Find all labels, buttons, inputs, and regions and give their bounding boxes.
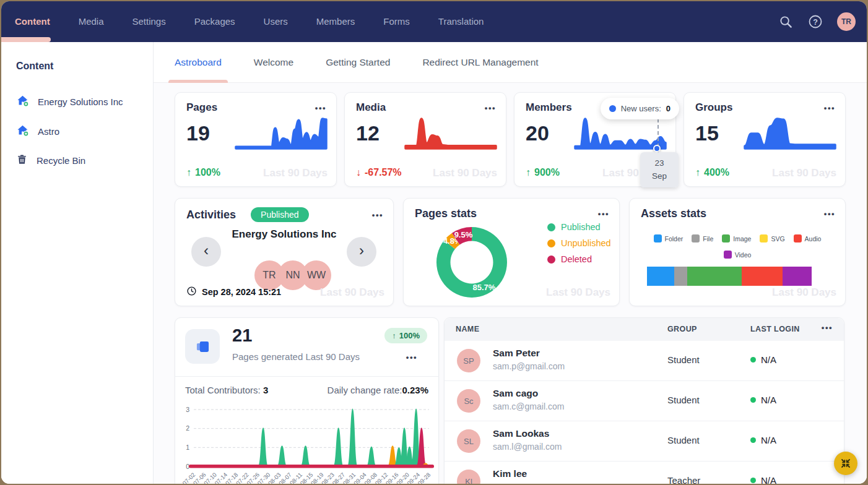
timestamp-text: Sep 28, 2024 15:21 [202, 287, 281, 297]
nav-item-content[interactable]: Content [7, 1, 64, 42]
help-icon[interactable]: ? [807, 14, 823, 30]
member-name: Sam Lookas [493, 428, 549, 439]
svg-text:3: 3 [186, 406, 189, 413]
legend-label: Video [735, 251, 752, 259]
up-arrow-icon: ↑ [526, 167, 531, 178]
member-name: Kim lee [493, 468, 527, 479]
fullscreen-button[interactable] [834, 452, 857, 475]
period-watermark: Last 90 Days [433, 167, 497, 179]
legend-dot [547, 239, 555, 247]
nav-item-media[interactable]: Media [64, 1, 118, 42]
change-indicator: ↑ 900% [526, 167, 560, 178]
donut-legend: Published Unpublished Deleted [547, 222, 611, 264]
nav-item-users[interactable]: Users [250, 1, 302, 42]
sidebar-item-astro[interactable]: Astro [16, 124, 138, 139]
menu-dots-icon[interactable]: ••• [822, 323, 833, 332]
members-count: 20 [526, 121, 549, 145]
legend-item-svg: SVG [760, 234, 784, 242]
nav-item-settings[interactable]: Settings [118, 1, 180, 42]
bar-segment-video [783, 267, 812, 286]
pages-sparkline[interactable] [235, 115, 328, 151]
table-row[interactable]: SP Sam Peter sam.p@gmail.com Student N/A [445, 341, 844, 381]
nav-item-translation[interactable]: Translation [424, 1, 498, 42]
nav-item-packages[interactable]: Packages [180, 1, 250, 42]
tooltip-day: 23 [640, 157, 679, 170]
status-dot-icon [750, 397, 756, 403]
legend-item-audio: Audio [794, 234, 822, 242]
menu-dots-icon[interactable]: ••• [485, 103, 496, 113]
groups-sparkline[interactable] [744, 115, 836, 151]
blue-dot-icon [609, 105, 616, 112]
legend-item-deleted: Deleted [547, 254, 611, 264]
legend-swatch [722, 234, 730, 242]
carousel-next-button[interactable]: › [347, 237, 376, 267]
change-value: 900% [534, 167, 560, 178]
bar-segment-folder [647, 267, 674, 286]
contributors-chart[interactable]: 321007-0207-0607-1007-1407-1807-2207-260… [178, 402, 434, 484]
assets-legend-row: Video [630, 251, 845, 259]
up-arrow-icon: ↑ [186, 167, 191, 178]
menu-dots-icon[interactable]: ••• [372, 210, 383, 220]
assets-stacked-bar[interactable] [647, 267, 812, 286]
change-badge: ↑ 100% [384, 328, 427, 343]
card-title: Media [356, 101, 386, 114]
menu-dots-icon[interactable]: ••• [406, 353, 417, 362]
legend-item-image: Image [722, 234, 751, 242]
tab-astroboard[interactable]: Astroboard [175, 42, 222, 83]
member-email: sam.l@gmail.com [493, 442, 562, 452]
tooltip-label: New users: [621, 104, 661, 113]
table-row[interactable]: Sc Sam cago sam.c@gmail.com Student N/A [445, 381, 844, 421]
change-indicator: ↑ 100% [186, 167, 220, 178]
media-sparkline[interactable] [404, 115, 497, 151]
member-group: Student [667, 435, 700, 445]
legend-item-folder: Folder [654, 234, 684, 242]
user-avatar[interactable]: TR [837, 12, 856, 31]
search-icon[interactable] [778, 14, 794, 30]
sidebar-item-energy-solutions[interactable]: Energy Solutions Inc [16, 94, 138, 109]
published-badge: Published [251, 207, 309, 222]
bar-segment-file [674, 267, 687, 286]
pages-donut-chart[interactable]: 85.7%4.8%9.5% [435, 226, 508, 299]
groups-count: 15 [695, 121, 719, 145]
bar-segment-audio [742, 267, 783, 286]
nav-item-forms[interactable]: Forms [369, 1, 424, 42]
legend-label: Unpublished [561, 238, 611, 248]
daily-change-rate: Daily change rate:0.23% [328, 385, 428, 395]
sidebar-item-recycle-bin[interactable]: Recycle Bin [16, 153, 138, 167]
member-name: Sam cago [493, 388, 538, 399]
navbar-actions: ? TR [778, 12, 867, 31]
home-add-icon [16, 94, 29, 109]
legend-dot [547, 255, 555, 264]
column-header-name: NAME [456, 325, 479, 333]
status-dot-icon [750, 478, 756, 483]
menu-dots-icon[interactable]: ••• [598, 209, 609, 218]
tab-bar: Astroboard Welcome Getting Started Redir… [154, 42, 867, 83]
carousel-prev-button[interactable]: ‹ [191, 237, 221, 267]
menu-dots-icon[interactable]: ••• [824, 209, 835, 218]
media-count: 12 [356, 121, 380, 145]
svg-text:?: ? [813, 18, 818, 27]
sidebar-title: Content [16, 61, 138, 72]
member-name: Sam Peter [493, 348, 540, 359]
contributor-stats: Total Contributors: 3 Daily change rate:… [185, 385, 428, 395]
members-table-card: NAME GROUP LAST LOGIN ••• SP Sam Peter s… [444, 317, 844, 484]
card-title: Members [526, 101, 572, 114]
total-contributors: Total Contributors: 3 [185, 385, 268, 395]
table-row[interactable]: SL Sam Lookas sam.l@gmail.com Student N/… [445, 421, 844, 461]
members-sparkline[interactable] [574, 115, 667, 151]
nav-item-members[interactable]: Members [302, 1, 370, 42]
tab-getting-started[interactable]: Getting Started [326, 42, 390, 83]
card-title: Activities [186, 208, 236, 221]
assets-stats-card: Assets stats ••• Folder File [629, 198, 846, 306]
tab-redirect-url[interactable]: Redirect URL Management [422, 42, 538, 83]
card-title: Pages [186, 101, 217, 114]
change-indicator: ↓ -67.57% [356, 167, 402, 178]
change-indicator: ↑ 400% [695, 167, 729, 178]
period-watermark: Last 90 Days [263, 167, 328, 179]
menu-dots-icon[interactable]: ••• [315, 103, 326, 113]
table-row[interactable]: Kl Kim lee Teacher N/A [445, 461, 844, 484]
tab-welcome[interactable]: Welcome [254, 42, 293, 83]
menu-dots-icon[interactable]: ••• [824, 103, 835, 113]
sidebar-item-label: Energy Solutions Inc [38, 97, 123, 107]
column-header-group: GROUP [667, 325, 697, 333]
